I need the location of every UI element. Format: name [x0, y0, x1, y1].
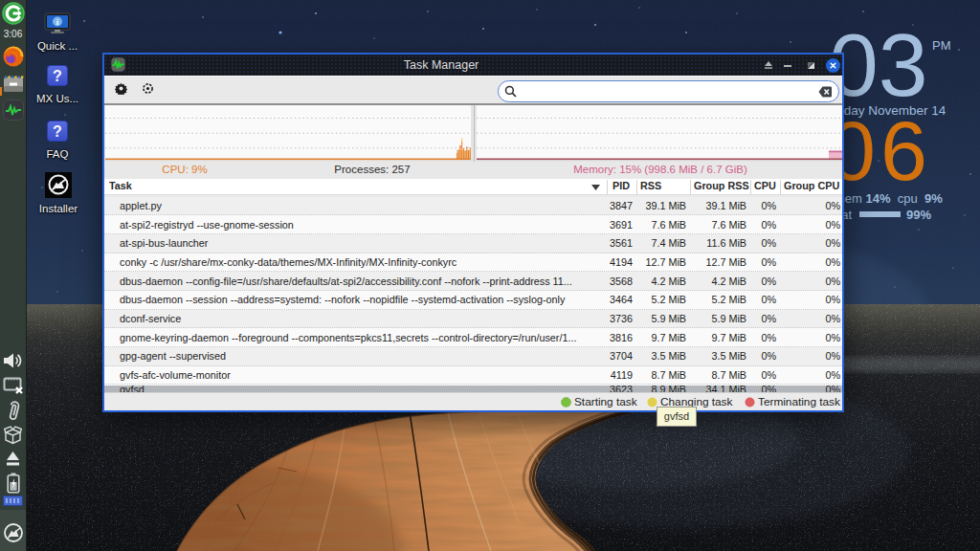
svg-text:?: ?: [53, 123, 62, 140]
svg-text:?: ?: [53, 68, 62, 84]
